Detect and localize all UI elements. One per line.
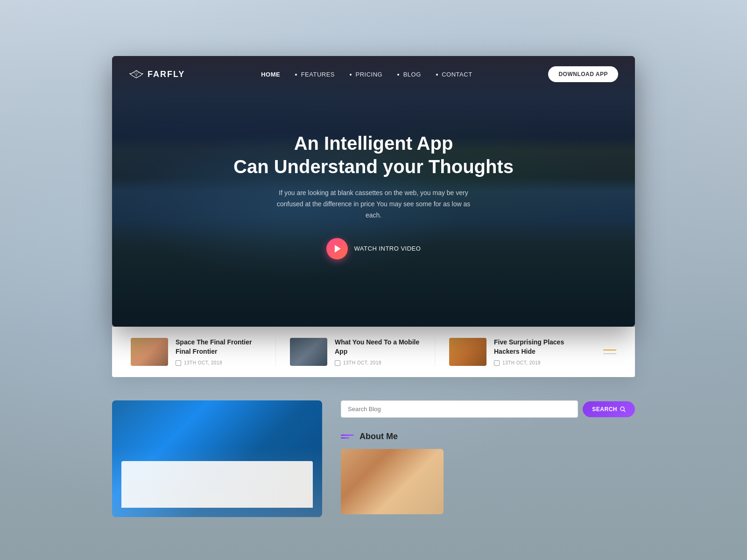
about-section: About Me — [341, 432, 635, 514]
blog-card-image-2 — [290, 338, 327, 366]
about-person-image — [341, 449, 444, 514]
cards-navigation[interactable] — [603, 350, 616, 354]
santorini-image — [112, 400, 322, 517]
hero-subtitle: If you are looking at blank cassettes on… — [275, 188, 472, 221]
hero-cta: WATCH INTRO VIDEO — [326, 238, 421, 259]
blog-cards-row: Space The Final Frontier Final Frontier … — [112, 327, 635, 377]
blog-card-1[interactable]: Space The Final Frontier Final Frontier … — [131, 338, 275, 366]
cards-next-arrow[interactable] — [603, 353, 616, 354]
blog-card-date-1: 13TH OCT, 2018 — [176, 360, 261, 366]
blog-card-3[interactable]: Five Surprising Places Hackers Hide 13TH… — [435, 338, 594, 366]
hero-content: FARFLY HOME FEATURES PRICING — [112, 56, 635, 327]
accent-line-2 — [341, 437, 349, 439]
calendar-icon-2 — [335, 360, 340, 366]
nav-dot — [295, 74, 297, 76]
calendar-icon-3 — [494, 360, 500, 366]
cards-prev-arrow[interactable] — [603, 350, 616, 350]
search-input[interactable] — [341, 400, 578, 418]
hero-text-area: An Intelligent AppCan Understand your Th… — [112, 92, 635, 327]
nav-item-home[interactable]: HOME — [261, 70, 280, 78]
blog-card-title-3: Five Surprising Places Hackers Hide — [494, 338, 580, 356]
nav-item-features[interactable]: FEATURES — [295, 70, 335, 78]
download-app-button[interactable]: DOWNLOAD APP — [548, 66, 618, 82]
hero-title: An Intelligent AppCan Understand your Th… — [233, 132, 514, 178]
nav-item-contact[interactable]: CONTACT — [436, 70, 472, 78]
about-title: About Me — [359, 432, 398, 441]
nav-dot — [436, 74, 438, 76]
search-button[interactable]: SEARCH — [583, 401, 635, 417]
blog-card-info-2: What You Need To a Mobile App 13TH OCT, … — [335, 338, 421, 365]
blog-card-title-1: Space The Final Frontier Final Frontier — [176, 338, 261, 356]
lower-left-image — [112, 400, 322, 517]
watch-video-label[interactable]: WATCH INTRO VIDEO — [354, 245, 421, 252]
brand-name: FARFLY — [148, 70, 185, 79]
calendar-icon-1 — [176, 360, 181, 366]
blog-card-image-3 — [449, 338, 486, 366]
blog-card-title-2: What You Need To a Mobile App — [335, 338, 421, 356]
nav-dot — [397, 74, 399, 76]
svg-line-1 — [624, 410, 625, 412]
blog-card-2[interactable]: What You Need To a Mobile App 13TH OCT, … — [275, 338, 435, 366]
search-btn-label: SEARCH — [592, 406, 617, 413]
play-button[interactable] — [326, 238, 348, 259]
about-header: About Me — [341, 432, 635, 441]
about-accent-lines — [341, 434, 354, 439]
hero-section: FARFLY HOME FEATURES PRICING — [112, 56, 635, 327]
lower-section: SEARCH About Me — [112, 400, 635, 524]
nav-menu: HOME FEATURES PRICING BLOG — [261, 70, 472, 78]
blog-card-info-1: Space The Final Frontier Final Frontier … — [176, 338, 261, 365]
navbar: FARFLY HOME FEATURES PRICING — [112, 56, 635, 92]
brand-logo[interactable]: FARFLY — [129, 70, 185, 79]
blog-card-info-3: Five Surprising Places Hackers Hide 13TH… — [494, 338, 580, 365]
logo-icon — [129, 70, 144, 79]
blog-card-image-1 — [131, 338, 168, 366]
nav-item-pricing[interactable]: PRICING — [350, 70, 382, 78]
search-icon — [620, 406, 626, 412]
search-row: SEARCH — [341, 400, 635, 418]
blog-card-date-3: 13TH OCT, 2018 — [494, 360, 580, 366]
nav-dot — [350, 74, 352, 76]
nav-item-blog[interactable]: BLOG — [397, 70, 421, 78]
blog-card-date-2: 13TH OCT, 2018 — [335, 360, 421, 366]
sidebar-area: SEARCH About Me — [341, 400, 635, 524]
accent-line-1 — [341, 434, 354, 436]
